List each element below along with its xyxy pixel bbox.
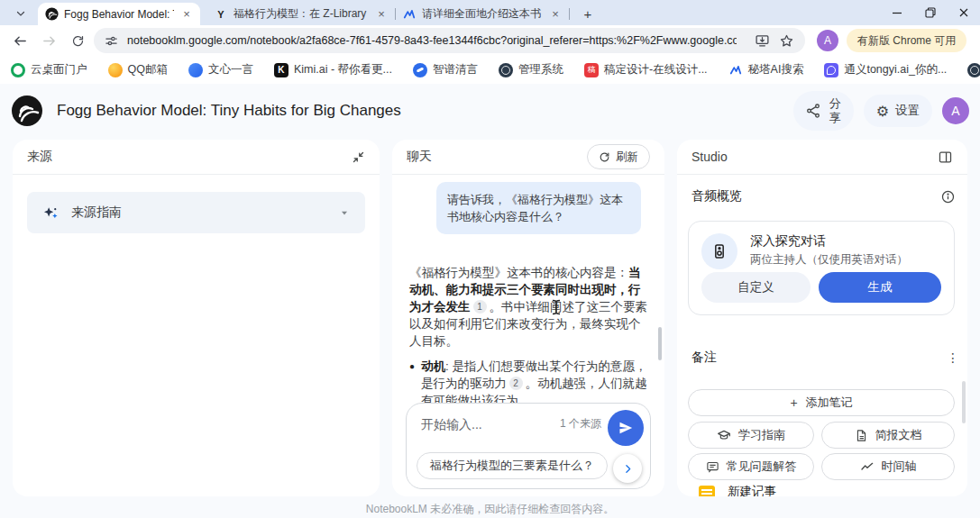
speech-bubble-icon xyxy=(706,460,719,474)
bookmark-item[interactable]: Kimi.ai - 帮你看更... xyxy=(274,62,392,77)
tab-title: 福格行为模型：在 Z-Library 上 xyxy=(234,6,369,22)
document-icon xyxy=(855,429,868,442)
tab-search-chevron-icon[interactable] xyxy=(9,3,32,24)
faq-button[interactable]: 常见问题解答 xyxy=(688,453,814,480)
chat-input-card: 1 个来源 福格行为模型的三要素是什么？ xyxy=(406,403,651,489)
browser-profile-avatar[interactable]: A xyxy=(817,30,838,51)
browser-window: Fogg Behavior Model: Tiny H × 福格行为模型：在 Z… xyxy=(0,0,980,518)
source-guide-row[interactable]: 来源指南 xyxy=(27,192,365,233)
sources-panel-title: 来源 xyxy=(27,149,52,165)
settings-button[interactable]: ⚙ 设置 xyxy=(864,95,932,127)
studio-panel-title: Studio xyxy=(691,150,728,164)
bookmark-item[interactable]: 秘塔AI搜索 xyxy=(728,62,804,77)
metaso-favicon xyxy=(402,7,417,22)
citation-chip[interactable]: 2 xyxy=(509,377,523,390)
bookmark-item[interactable]: 通义tongyi.ai_你的... xyxy=(824,62,947,77)
info-icon[interactable] xyxy=(940,189,956,204)
chat-scrollbar-thumb[interactable] xyxy=(658,327,662,360)
tab-notebooklm[interactable]: Fogg Behavior Model: Tiny H × xyxy=(38,3,200,25)
plus-icon: + xyxy=(790,395,797,410)
chat-panel-title: 聊天 xyxy=(407,149,432,165)
bookmark-item[interactable]: 稿定设计-在线设计... xyxy=(584,62,708,77)
disclaimer-text: NotebookLM 未必准确，因此请仔细检查回答内容。 xyxy=(0,502,980,517)
briefing-doc-button[interactable]: 简报文档 xyxy=(821,422,955,449)
split-view-icon[interactable] xyxy=(938,150,953,165)
close-window-button[interactable] xyxy=(947,0,980,25)
study-guide-button[interactable]: 学习指南 xyxy=(688,422,814,449)
bookmark-star-icon[interactable] xyxy=(779,33,794,49)
source-guide-label: 来源指南 xyxy=(71,204,122,221)
new-note-row[interactable]: 新建记事 xyxy=(699,484,776,496)
sources-panel: 来源 来源指南 xyxy=(13,140,380,496)
bookmark-label: QQ邮箱 xyxy=(128,62,168,77)
action-label: 简报文档 xyxy=(875,427,922,443)
forward-button[interactable] xyxy=(36,28,61,53)
tab-close-icon[interactable]: × xyxy=(548,7,563,22)
chat-panel: 聊天 刷新 请告诉我，《福格行为模型》这本书地核心内容是什么？ 《福格行为模型》… xyxy=(392,140,664,496)
bookmark-item[interactable]: 管理系统 xyxy=(499,62,563,77)
generate-button[interactable]: 生成 xyxy=(819,272,941,303)
restore-button[interactable] xyxy=(913,0,947,25)
back-button[interactable] xyxy=(7,28,32,53)
settings-label: 设置 xyxy=(895,103,920,119)
bookmark-label: 云桌面门户 xyxy=(31,62,87,77)
deep-dive-card: 深入探究对话 两位主持人（仅使用英语对话） 自定义 生成 xyxy=(688,221,955,315)
browser-toolbar: notebooklm.google.com/notebook/a2fa68ce-… xyxy=(0,25,980,56)
notebooklm-header: Fogg Behavior Model: Tiny Habits for Big… xyxy=(0,84,980,138)
customize-button[interactable]: 自定义 xyxy=(701,272,811,303)
sparkle-icon xyxy=(42,204,60,222)
bookmark-item[interactable]: 云桌面门户 xyxy=(11,62,87,77)
action-label: 时间轴 xyxy=(882,459,917,475)
citation-chip[interactable]: 1 xyxy=(473,300,487,314)
next-suggestion-button[interactable] xyxy=(613,454,642,483)
new-tab-button[interactable]: + xyxy=(577,3,599,24)
share-icon xyxy=(805,103,821,119)
collapse-panel-icon[interactable] xyxy=(352,150,365,164)
deep-dive-subtitle: 两位主持人（仅使用英语对话） xyxy=(750,252,908,268)
chat-input[interactable] xyxy=(421,417,554,432)
chevron-right-icon xyxy=(622,463,634,475)
refresh-chat-button[interactable]: 刷新 xyxy=(587,144,650,169)
add-note-button[interactable]: + 添加笔记 xyxy=(688,389,955,416)
studio-panel: Studio 音频概览 深入探究对话 两位主持人（仅使用英语对话） 自定义 生成 xyxy=(677,140,967,496)
browser-menu-icon[interactable]: ⋮ xyxy=(972,29,980,52)
notes-menu-icon[interactable]: ⋮ xyxy=(947,350,959,365)
site-settings-icon[interactable] xyxy=(105,34,118,48)
tab-close-icon[interactable]: × xyxy=(374,7,389,22)
send-button[interactable] xyxy=(608,410,644,446)
tab-metaso[interactable]: 请详细全面地介绍这本书《福格 × xyxy=(396,3,569,25)
notebook-title[interactable]: Fogg Behavior Model: Tiny Habits for Big… xyxy=(57,102,401,120)
bookmark-item[interactable]: 文心一言 xyxy=(188,62,253,77)
bookmark-item[interactable]: 智谱清言 xyxy=(413,62,478,77)
minimize-button[interactable] xyxy=(880,0,913,25)
url-text[interactable]: notebooklm.google.com/notebook/a2fa68ce-… xyxy=(127,34,737,47)
timeline-button[interactable]: 时间轴 xyxy=(821,453,955,480)
chrome-update-chip[interactable]: 有新版 Chrome 可用 xyxy=(847,29,966,52)
gear-icon: ⚙ xyxy=(876,103,889,120)
answer-text: 《福格行为模型》这本书的核心内容是： xyxy=(409,266,628,279)
install-app-icon[interactable] xyxy=(755,33,770,49)
chevron-down-icon[interactable] xyxy=(339,207,350,218)
share-label: 分享 xyxy=(829,96,842,125)
action-label: 常见问题解答 xyxy=(727,459,797,475)
notebooklm-favicon xyxy=(44,7,59,22)
bullet-icon: ● xyxy=(409,358,415,375)
reload-button[interactable] xyxy=(65,28,90,53)
metaso-icon xyxy=(728,63,743,77)
refresh-label: 刷新 xyxy=(616,150,638,165)
bookmark-item[interactable]: QQ邮箱 xyxy=(108,62,168,77)
tab-close-icon[interactable]: × xyxy=(179,7,194,22)
bookmark-item[interactable]: 国寿e店 xyxy=(967,62,980,77)
suggested-question-chip[interactable]: 福格行为模型的三要素是什么？ xyxy=(417,452,608,479)
share-button[interactable]: 分享 xyxy=(793,91,854,131)
studio-scrollbar-thumb[interactable] xyxy=(962,381,966,423)
tongyi-icon xyxy=(824,63,838,77)
address-bar[interactable]: notebooklm.google.com/notebook/a2fa68ce-… xyxy=(94,28,805,53)
bookmark-label: 稿定设计-在线设计... xyxy=(604,62,708,77)
account-avatar[interactable]: A xyxy=(942,97,969,124)
tab-strip: Fogg Behavior Model: Tiny H × 福格行为模型：在 Z… xyxy=(0,0,980,25)
window-controls xyxy=(880,0,980,25)
tab-title: 请详细全面地介绍这本书《福格 xyxy=(422,6,543,22)
bookmark-label: Kimi.ai - 帮你看更... xyxy=(294,62,392,77)
tab-zlibrary[interactable]: 福格行为模型：在 Z-Library 上 × xyxy=(207,3,395,25)
